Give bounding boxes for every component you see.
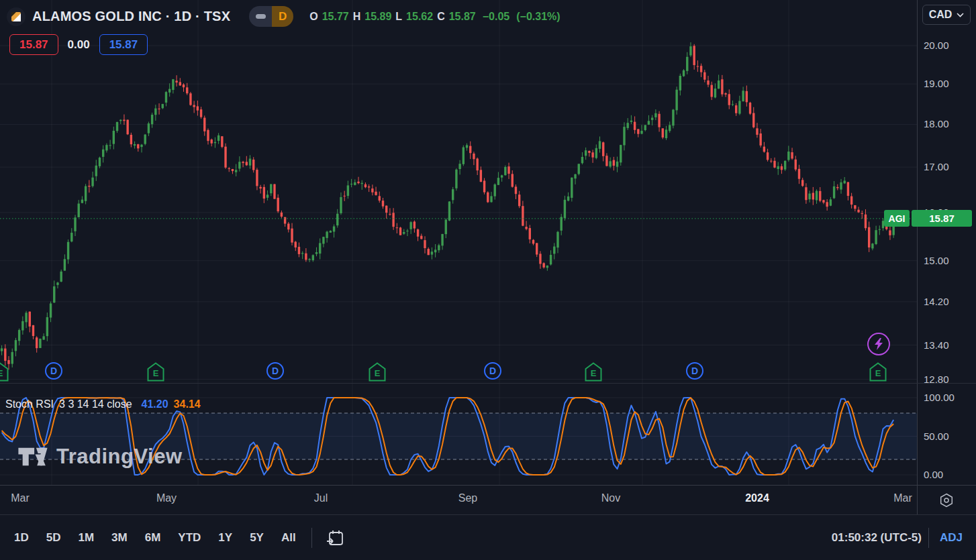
currency-label: CAD [929,9,953,21]
range-end-box[interactable]: 15.87 [99,34,148,55]
chart-canvas[interactable] [0,0,917,485]
tradingview-logo-icon [17,443,48,470]
ohlc-readout: O15.77 H15.89 L15.62 C15.87 −0.05 (−0.31… [309,11,560,23]
toggle-track [249,6,272,27]
hexagon-settings-icon [938,492,955,508]
bottom-toolbar: 1D5D1M3M6MYTD1Y5YAll 01:50:32 (UTC-5) AD… [0,515,976,560]
low-label: L [395,11,402,23]
range-diff-value: 0.00 [68,38,90,52]
time-tick-label: Nov [592,492,630,504]
range-button-1m[interactable]: 1M [69,527,103,549]
indicator-tick-label: 50.00 [918,431,976,442]
price-range-tool-stats: 15.87 0.00 15.87 [9,34,148,55]
low-value: 15.62 [406,11,433,23]
time-tick-label: Jul [302,492,340,504]
tradingview-watermark: TradingView [17,443,183,470]
range-button-5y[interactable]: 5Y [241,527,273,549]
time-tick-label: Mar [884,492,922,504]
time-axis-border [0,485,976,486]
high-label: H [353,11,361,23]
indicator-tick-label: 0.00 [918,469,976,480]
time-tick-label: 2024 [738,492,776,504]
dividend-marker[interactable]: D [45,362,62,380]
symbol-logo-icon[interactable] [7,7,26,26]
indicator-header[interactable]: Stoch RSI 3 3 14 14 close 41.20 34.14 [5,398,201,410]
earnings-marker[interactable]: E [585,362,602,384]
earnings-marker[interactable]: E [0,362,9,384]
tradingview-chart-app: ALAMOS GOLD INC · 1D · TSX D O15.77 H15.… [0,0,976,560]
symbol-price-tag: AGI [884,210,910,227]
chart-legend: ALAMOS GOLD INC · 1D · TSX D O15.77 H15.… [7,6,560,27]
interval-toggle[interactable]: D [249,6,293,27]
earnings-marker[interactable]: E [869,362,887,384]
indicator-title: Stoch RSI [5,398,54,410]
adjusted-data-button[interactable]: ADJ [936,528,967,547]
time-tick-label: May [148,492,185,504]
open-label: O [309,11,318,23]
toolbar-divider [928,528,929,548]
range-button-ytd[interactable]: YTD [169,527,209,549]
price-tick-label: 20.00 [918,40,976,51]
change-value: −0.05 [483,11,509,23]
dividend-marker[interactable]: D [484,362,501,380]
lightning-button[interactable] [867,333,890,355]
range-button-3m[interactable]: 3M [103,527,136,549]
change-percent: (−0.31%) [516,11,560,23]
range-button-all[interactable]: All [273,527,305,549]
chevron-down-icon [957,13,964,17]
range-button-5d[interactable]: 5D [38,527,70,549]
axis-settings-button[interactable] [937,491,956,510]
toggle-interval-label: D [272,6,293,27]
svg-text:E: E [375,368,381,378]
range-start-box[interactable]: 15.87 [9,34,58,55]
watermark-text: TradingView [56,445,183,469]
indicator-d-value: 34.14 [174,398,201,410]
range-button-6m[interactable]: 6M [136,527,170,549]
close-label: C [437,11,445,23]
price-tick-label: 13.40 [918,339,976,351]
earnings-marker[interactable]: E [369,362,386,384]
price-tick-label: 14.20 [918,296,976,307]
lightning-icon [873,338,884,350]
calendar-goto-icon [326,528,344,547]
dividend-marker[interactable]: D [686,362,703,380]
range-button-1d[interactable]: 1D [5,527,38,549]
dividend-marker[interactable]: D [266,362,284,380]
price-tick-label: 19.00 [918,78,976,89]
indicator-tick-label: 100.00 [918,392,976,403]
toolbar-divider [311,528,312,548]
time-tick-label: Mar [1,492,39,504]
svg-text:E: E [153,368,159,378]
last-price-tag: 15.87 [912,210,972,227]
time-axis[interactable]: MarMayJulSepNov2024Mar [0,486,917,514]
open-value: 15.77 [322,11,349,23]
close-value: 15.87 [449,11,476,23]
price-tick-label: 15.00 [918,255,976,266]
svg-text:E: E [875,368,881,378]
toggle-knob-icon [256,14,266,19]
currency-button[interactable]: CAD [922,5,971,25]
price-tick-label: 18.00 [918,118,976,129]
symbol-title[interactable]: ALAMOS GOLD INC · 1D · TSX [32,9,230,24]
earnings-marker[interactable]: E [147,362,164,384]
price-tick-label: 17.00 [918,161,976,172]
go-to-date-button[interactable] [319,526,351,550]
time-tick-label: Sep [449,492,487,504]
svg-text:E: E [591,368,597,378]
price-axis[interactable]: CAD 20.0019.0018.0017.0016.0015.0014.201… [917,0,976,514]
toolbar-right: 01:50:32 (UTC-5) ADJ [832,528,976,548]
date-range-buttons: 1D5D1M3M6MYTD1Y5YAll [0,527,305,549]
svg-text:E: E [0,368,3,378]
high-value: 15.89 [364,11,391,23]
indicator-k-value: 41.20 [142,398,168,410]
range-button-1y[interactable]: 1Y [209,527,241,549]
session-clock[interactable]: 01:50:32 (UTC-5) [832,531,922,545]
indicator-params: 3 3 14 14 close [59,398,132,410]
